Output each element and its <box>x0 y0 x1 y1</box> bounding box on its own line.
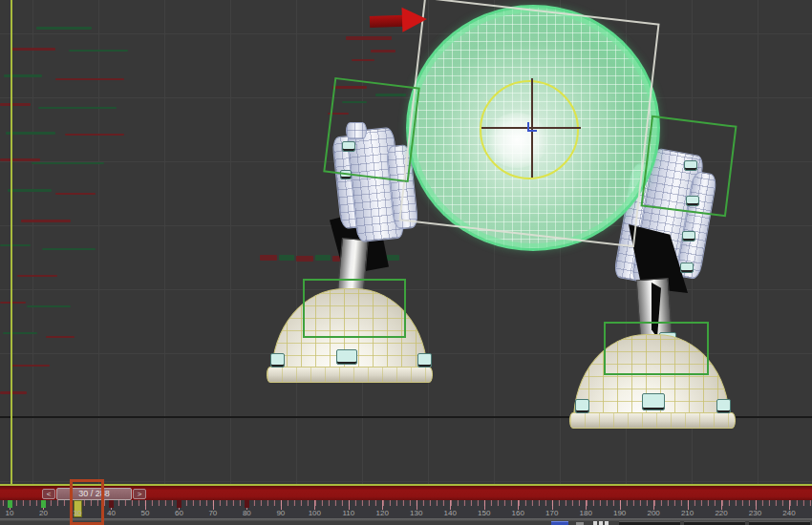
ghost-dash <box>386 255 399 261</box>
keyframe-tick[interactable] <box>109 500 114 508</box>
ruler-label: 220 <box>715 509 727 517</box>
ruler-label: 130 <box>410 509 422 517</box>
ghost-dash <box>46 336 75 338</box>
ruler-label: 70 <box>208 509 217 517</box>
left-base-bolt <box>336 349 357 365</box>
ruler-label: 160 <box>512 509 524 517</box>
ghost-dash <box>11 365 50 367</box>
ghost-dash <box>4 74 42 77</box>
keyframe-tick[interactable] <box>8 500 12 508</box>
ghost-dash <box>371 50 395 52</box>
ruler-label: 50 <box>140 509 149 517</box>
ghost-dash <box>315 255 331 261</box>
ruler-label: 190 <box>613 509 626 517</box>
left-base-selection-bracket <box>303 279 406 338</box>
ghost-dash <box>260 255 277 261</box>
left-base-bolt <box>417 353 432 368</box>
ruler-label: 20 <box>39 509 48 517</box>
ghost-dash <box>0 391 27 394</box>
ghost-dash <box>0 244 31 246</box>
right-lamp-base-rim[interactable] <box>569 412 736 429</box>
right-base-bolt <box>642 393 665 410</box>
right-head-bolt <box>682 231 695 242</box>
ghost-dash <box>11 48 55 51</box>
ghost-dash <box>296 256 313 262</box>
arrow-head <box>402 7 428 32</box>
coordinate-field-z[interactable] <box>749 521 810 525</box>
ruler-label: 240 <box>782 509 795 517</box>
ruler-label: 200 <box>647 509 659 517</box>
ghost-dash <box>352 59 374 61</box>
ghost-dash <box>0 302 26 304</box>
ruler-label: 150 <box>478 509 490 517</box>
right-base-selection-bracket <box>604 322 709 375</box>
left-head-selection-bracket <box>323 77 420 182</box>
ghost-dash <box>36 27 92 30</box>
right-base-bolt <box>716 399 731 413</box>
ghost-dash <box>21 220 71 222</box>
previous-frame-button[interactable]: < <box>42 489 55 499</box>
ghost-dash <box>279 255 294 261</box>
track-bar[interactable]: 1020304050607080901001101201301401501601… <box>0 500 812 518</box>
ghost-dash <box>8 189 52 192</box>
ruler-label: 230 <box>749 509 761 517</box>
annotation-highlight-box <box>70 479 104 525</box>
ghost-dash <box>32 162 104 164</box>
left-base-bolt <box>270 353 285 368</box>
ruler-label: 170 <box>545 509 558 517</box>
keyframe-tick[interactable] <box>41 500 46 508</box>
ghost-dash <box>6 132 55 135</box>
ruler-label: 180 <box>579 509 591 517</box>
selection-rectangle <box>398 0 659 247</box>
ruler-label: 60 <box>175 509 183 517</box>
ruler-label: 100 <box>309 509 321 517</box>
ghost-dash <box>38 107 117 109</box>
ruler-label: 10 <box>6 509 14 517</box>
ruler-label: 110 <box>342 509 354 517</box>
ruler-label: 120 <box>376 509 389 517</box>
grid-snap-icon[interactable] <box>593 521 610 525</box>
keyframe-tick[interactable] <box>177 500 182 508</box>
active-viewport-border-bottom <box>0 484 812 486</box>
right-head-selection-bracket <box>640 116 737 217</box>
ghost-dash <box>27 305 71 307</box>
next-frame-button[interactable]: > <box>133 489 146 499</box>
arrow-tail <box>370 15 404 28</box>
status-bar <box>0 521 812 525</box>
active-viewport-border-left <box>11 0 12 484</box>
right-head-bolt <box>680 262 694 273</box>
left-lamp-base-rim[interactable] <box>267 367 433 383</box>
coordinate-field-x[interactable] <box>619 521 680 525</box>
ghost-dash <box>69 50 128 52</box>
keyframe-tick[interactable] <box>245 500 249 508</box>
ghost-dash <box>65 134 124 136</box>
ghost-dash <box>0 158 40 161</box>
ghost-dash <box>55 193 96 195</box>
ruler-label: 80 <box>243 509 251 517</box>
coordinate-field-y[interactable] <box>684 521 745 525</box>
right-base-bolt <box>575 399 589 413</box>
ghost-dash <box>346 36 392 40</box>
transform-mode-icon[interactable] <box>551 521 568 525</box>
ghost-dash <box>42 248 96 250</box>
ghost-dash <box>0 103 31 106</box>
ruler-label: 210 <box>681 509 694 517</box>
ruler-label: 140 <box>444 509 457 517</box>
ghost-dash <box>55 78 124 80</box>
ghost-dash <box>17 275 57 277</box>
ruler-label: 40 <box>107 509 116 517</box>
direction-arrow-icon <box>368 7 430 35</box>
viewport-front-view[interactable] <box>0 0 812 486</box>
ghost-dash <box>3 332 37 334</box>
ruler-label: 90 <box>276 509 285 517</box>
